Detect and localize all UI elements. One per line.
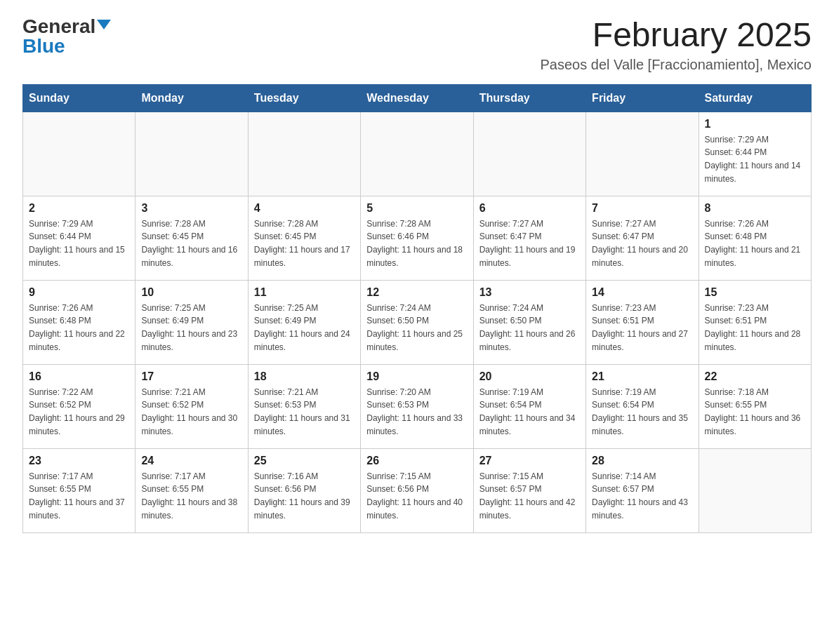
page-header: General Blue February 2025 Paseos del Va… bbox=[22, 17, 812, 73]
calendar-cell bbox=[473, 112, 585, 196]
day-info: Sunrise: 7:24 AMSunset: 6:50 PMDaylight:… bbox=[366, 302, 467, 354]
calendar-cell: 15Sunrise: 7:23 AMSunset: 6:51 PMDayligh… bbox=[699, 280, 811, 364]
calendar-cell: 13Sunrise: 7:24 AMSunset: 6:50 PMDayligh… bbox=[473, 280, 585, 364]
logo: General Blue bbox=[22, 17, 111, 56]
calendar-cell: 21Sunrise: 7:19 AMSunset: 6:54 PMDayligh… bbox=[586, 364, 699, 448]
calendar-cell bbox=[361, 112, 473, 196]
day-info: Sunrise: 7:17 AMSunset: 6:55 PMDaylight:… bbox=[141, 470, 241, 522]
day-info: Sunrise: 7:28 AMSunset: 6:45 PMDaylight:… bbox=[141, 217, 241, 269]
calendar-cell bbox=[23, 112, 135, 196]
calendar-week-row: 2Sunrise: 7:29 AMSunset: 6:44 PMDaylight… bbox=[23, 196, 812, 280]
day-number: 1 bbox=[705, 118, 805, 130]
day-number: 23 bbox=[29, 455, 129, 467]
day-info: Sunrise: 7:18 AMSunset: 6:55 PMDaylight:… bbox=[705, 386, 805, 438]
day-header-monday: Monday bbox=[135, 84, 248, 112]
calendar-week-row: 23Sunrise: 7:17 AMSunset: 6:55 PMDayligh… bbox=[23, 448, 812, 532]
calendar-cell: 16Sunrise: 7:22 AMSunset: 6:52 PMDayligh… bbox=[23, 364, 135, 448]
day-info: Sunrise: 7:28 AMSunset: 6:45 PMDaylight:… bbox=[254, 217, 355, 269]
calendar-week-row: 16Sunrise: 7:22 AMSunset: 6:52 PMDayligh… bbox=[23, 364, 812, 448]
day-number: 13 bbox=[479, 286, 580, 299]
calendar-cell: 19Sunrise: 7:20 AMSunset: 6:53 PMDayligh… bbox=[361, 364, 473, 448]
day-number: 3 bbox=[141, 202, 241, 215]
day-info: Sunrise: 7:21 AMSunset: 6:52 PMDaylight:… bbox=[141, 386, 241, 438]
day-number: 25 bbox=[254, 455, 355, 467]
day-info: Sunrise: 7:23 AMSunset: 6:51 PMDaylight:… bbox=[705, 302, 805, 354]
day-header-saturday: Saturday bbox=[699, 84, 811, 112]
calendar-cell bbox=[586, 112, 699, 196]
day-info: Sunrise: 7:23 AMSunset: 6:51 PMDaylight:… bbox=[592, 302, 692, 354]
day-number: 20 bbox=[479, 370, 580, 383]
day-header-friday: Friday bbox=[586, 84, 699, 112]
calendar-cell: 9Sunrise: 7:26 AMSunset: 6:48 PMDaylight… bbox=[23, 280, 135, 364]
calendar-cell: 10Sunrise: 7:25 AMSunset: 6:49 PMDayligh… bbox=[135, 280, 248, 364]
calendar-cell bbox=[699, 448, 811, 532]
title-section: February 2025 Paseos del Valle [Fraccion… bbox=[541, 17, 812, 73]
calendar-cell: 23Sunrise: 7:17 AMSunset: 6:55 PMDayligh… bbox=[23, 448, 135, 532]
day-number: 14 bbox=[592, 286, 692, 299]
calendar-cell: 17Sunrise: 7:21 AMSunset: 6:52 PMDayligh… bbox=[135, 364, 248, 448]
day-info: Sunrise: 7:17 AMSunset: 6:55 PMDaylight:… bbox=[29, 470, 129, 522]
day-number: 27 bbox=[479, 455, 580, 467]
day-info: Sunrise: 7:19 AMSunset: 6:54 PMDaylight:… bbox=[479, 386, 580, 438]
logo-triangle-icon bbox=[97, 20, 111, 29]
day-number: 2 bbox=[29, 202, 129, 215]
calendar-week-row: 9Sunrise: 7:26 AMSunset: 6:48 PMDaylight… bbox=[23, 280, 812, 364]
day-number: 21 bbox=[592, 370, 692, 383]
calendar-cell: 26Sunrise: 7:15 AMSunset: 6:56 PMDayligh… bbox=[361, 448, 473, 532]
calendar-week-row: 1Sunrise: 7:29 AMSunset: 6:44 PMDaylight… bbox=[23, 112, 812, 196]
calendar-cell: 8Sunrise: 7:26 AMSunset: 6:48 PMDaylight… bbox=[699, 196, 811, 280]
calendar-cell: 1Sunrise: 7:29 AMSunset: 6:44 PMDaylight… bbox=[699, 112, 811, 196]
location-subtitle: Paseos del Valle [Fraccionamiento], Mexi… bbox=[541, 57, 812, 73]
calendar-cell: 28Sunrise: 7:14 AMSunset: 6:57 PMDayligh… bbox=[586, 448, 699, 532]
day-info: Sunrise: 7:24 AMSunset: 6:50 PMDaylight:… bbox=[479, 302, 580, 354]
day-info: Sunrise: 7:28 AMSunset: 6:46 PMDaylight:… bbox=[366, 217, 467, 269]
calendar-cell: 20Sunrise: 7:19 AMSunset: 6:54 PMDayligh… bbox=[473, 364, 585, 448]
day-info: Sunrise: 7:29 AMSunset: 6:44 PMDaylight:… bbox=[29, 217, 129, 269]
calendar-cell: 4Sunrise: 7:28 AMSunset: 6:45 PMDaylight… bbox=[248, 196, 360, 280]
calendar-cell: 6Sunrise: 7:27 AMSunset: 6:47 PMDaylight… bbox=[473, 196, 585, 280]
day-number: 15 bbox=[705, 286, 805, 299]
day-number: 6 bbox=[479, 202, 580, 215]
day-info: Sunrise: 7:15 AMSunset: 6:57 PMDaylight:… bbox=[479, 470, 580, 522]
day-number: 10 bbox=[141, 286, 241, 299]
day-info: Sunrise: 7:16 AMSunset: 6:56 PMDaylight:… bbox=[254, 470, 355, 522]
day-number: 12 bbox=[366, 286, 467, 299]
calendar-header-row: SundayMondayTuesdayWednesdayThursdayFrid… bbox=[23, 84, 812, 112]
day-info: Sunrise: 7:19 AMSunset: 6:54 PMDaylight:… bbox=[592, 386, 692, 438]
logo-blue-text: Blue bbox=[22, 36, 95, 56]
day-info: Sunrise: 7:26 AMSunset: 6:48 PMDaylight:… bbox=[29, 302, 129, 354]
day-info: Sunrise: 7:20 AMSunset: 6:53 PMDaylight:… bbox=[366, 386, 467, 438]
calendar-cell bbox=[135, 112, 248, 196]
day-number: 17 bbox=[141, 370, 241, 383]
calendar-cell: 7Sunrise: 7:27 AMSunset: 6:47 PMDaylight… bbox=[586, 196, 699, 280]
day-info: Sunrise: 7:25 AMSunset: 6:49 PMDaylight:… bbox=[141, 302, 241, 354]
day-number: 4 bbox=[254, 202, 355, 215]
day-number: 26 bbox=[366, 455, 467, 467]
day-info: Sunrise: 7:14 AMSunset: 6:57 PMDaylight:… bbox=[592, 470, 692, 522]
logo-general-text: General bbox=[22, 17, 95, 36]
day-header-tuesday: Tuesday bbox=[248, 84, 360, 112]
day-header-sunday: Sunday bbox=[23, 84, 135, 112]
calendar-cell: 5Sunrise: 7:28 AMSunset: 6:46 PMDaylight… bbox=[361, 196, 473, 280]
day-info: Sunrise: 7:25 AMSunset: 6:49 PMDaylight:… bbox=[254, 302, 355, 354]
day-header-thursday: Thursday bbox=[473, 84, 585, 112]
day-number: 28 bbox=[592, 455, 692, 467]
day-number: 8 bbox=[705, 202, 805, 215]
calendar-cell: 2Sunrise: 7:29 AMSunset: 6:44 PMDaylight… bbox=[23, 196, 135, 280]
calendar-cell: 11Sunrise: 7:25 AMSunset: 6:49 PMDayligh… bbox=[248, 280, 360, 364]
day-number: 5 bbox=[366, 202, 467, 215]
calendar-cell: 24Sunrise: 7:17 AMSunset: 6:55 PMDayligh… bbox=[135, 448, 248, 532]
day-number: 11 bbox=[254, 286, 355, 299]
day-info: Sunrise: 7:26 AMSunset: 6:48 PMDaylight:… bbox=[705, 217, 805, 269]
day-number: 19 bbox=[366, 370, 467, 383]
calendar-cell: 25Sunrise: 7:16 AMSunset: 6:56 PMDayligh… bbox=[248, 448, 360, 532]
day-number: 16 bbox=[29, 370, 129, 383]
month-title: February 2025 bbox=[541, 17, 812, 54]
day-number: 22 bbox=[705, 370, 805, 383]
day-info: Sunrise: 7:21 AMSunset: 6:53 PMDaylight:… bbox=[254, 386, 355, 438]
calendar-cell: 18Sunrise: 7:21 AMSunset: 6:53 PMDayligh… bbox=[248, 364, 360, 448]
day-info: Sunrise: 7:27 AMSunset: 6:47 PMDaylight:… bbox=[592, 217, 692, 269]
day-number: 7 bbox=[592, 202, 692, 215]
calendar-cell: 3Sunrise: 7:28 AMSunset: 6:45 PMDaylight… bbox=[135, 196, 248, 280]
day-info: Sunrise: 7:22 AMSunset: 6:52 PMDaylight:… bbox=[29, 386, 129, 438]
